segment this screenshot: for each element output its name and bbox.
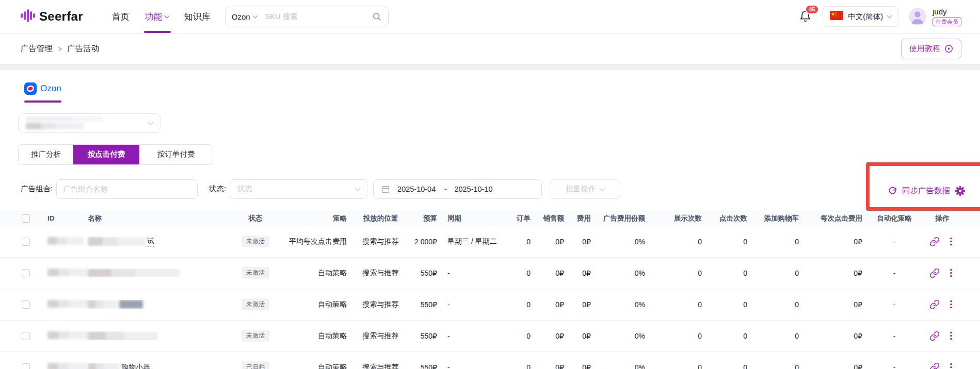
cell-check xyxy=(21,363,36,369)
notifications-button[interactable]: 45 xyxy=(799,9,812,24)
nav-item-features[interactable]: 功能 xyxy=(145,0,169,33)
gear-icon[interactable] xyxy=(955,186,966,196)
page-subheader: 广告管理 > 广告活动 使用教程 xyxy=(0,33,980,64)
link-icon[interactable] xyxy=(929,299,940,310)
search-input[interactable] xyxy=(265,12,372,21)
search-icon[interactable] xyxy=(372,11,382,22)
chevron-down-icon xyxy=(252,13,258,18)
nav-item-knowledge[interactable]: 知识库 xyxy=(184,0,211,33)
top-navbar: Seerfar 首页 功能 知识库 Ozon xyxy=(0,0,980,33)
col-header-name: 名称 xyxy=(75,214,224,223)
cell-strategy: 自动策略 xyxy=(286,269,351,278)
col-header-share: 广告费用份额 xyxy=(592,214,646,223)
breadcrumb-ad-management[interactable]: 广告管理 xyxy=(21,43,53,54)
cell-cpc: 0₽ xyxy=(800,269,863,277)
account-select[interactable] xyxy=(18,113,160,133)
col-header-placement: 投放的位置 xyxy=(351,214,410,223)
ad-group-input[interactable] xyxy=(56,179,198,199)
cell-automation: - xyxy=(863,238,925,246)
cell-orders: 0 xyxy=(513,238,532,246)
cell-sales: 0₽ xyxy=(532,238,565,246)
row-checkbox[interactable] xyxy=(22,238,30,246)
cell-budget: 2 000₽ xyxy=(410,238,441,246)
link-icon[interactable] xyxy=(929,362,940,369)
cell-status: 未激活 xyxy=(224,298,286,310)
sku-search-box: Ozon xyxy=(225,7,389,26)
seerfar-logo-icon xyxy=(21,8,35,25)
redacted-id xyxy=(47,363,87,369)
bulk-actions-select[interactable]: 批量操作 xyxy=(550,179,620,199)
language-selector[interactable]: 中文(简体) xyxy=(823,6,898,27)
kebab-menu-icon[interactable] xyxy=(949,330,954,342)
cell-status: 已归档 xyxy=(224,361,286,369)
brand-logo[interactable]: Seerfar xyxy=(21,8,83,25)
kebab-menu-icon[interactable] xyxy=(949,362,954,369)
breadcrumb-ad-campaigns: 广告活动 xyxy=(67,43,99,54)
membership-badge: 付费会员 xyxy=(933,17,961,26)
cell-name xyxy=(75,331,224,340)
cell-period: 星期三 / 星期二 xyxy=(441,237,513,246)
col-header-period: 周期 xyxy=(441,214,513,223)
redacted-name xyxy=(88,269,180,277)
status-badge: 未激活 xyxy=(242,298,269,310)
kebab-menu-icon[interactable] xyxy=(949,267,954,279)
tab-pay-per-order[interactable]: 按订单付费 xyxy=(139,145,213,164)
cell-cpc: 0₽ xyxy=(800,238,863,246)
col-header-impressions: 展示次数 xyxy=(646,214,703,223)
cell-sales: 0₽ xyxy=(532,363,565,369)
cell-share: 0% xyxy=(592,238,646,246)
col-header-ops: 操作 xyxy=(925,214,959,223)
redacted-name xyxy=(88,331,157,340)
col-header-check xyxy=(21,214,36,223)
date-separator: ~ xyxy=(443,185,447,193)
platform-tab-ozon[interactable]: Ozon xyxy=(18,82,68,103)
row-checkbox[interactable] xyxy=(22,332,30,340)
notification-count-badge: 45 xyxy=(805,5,818,14)
col-header-orders: 订单 xyxy=(513,214,532,223)
tab-promotion-analysis[interactable]: 推广分析 xyxy=(19,145,73,164)
cell-ops xyxy=(925,299,959,310)
cell-ops xyxy=(925,330,959,342)
status-select[interactable]: 状态 xyxy=(230,179,367,199)
kebab-menu-icon[interactable] xyxy=(949,299,954,310)
cell-impressions: 0 xyxy=(646,363,703,369)
cell-carts: 0 xyxy=(748,300,800,309)
kebab-menu-icon[interactable] xyxy=(949,236,954,247)
cell-ops xyxy=(925,236,959,247)
cell-placement: 搜索与推荐 xyxy=(351,331,410,341)
cell-cost: 0₽ xyxy=(565,300,592,309)
avatar[interactable] xyxy=(909,8,926,25)
link-icon[interactable] xyxy=(929,268,940,278)
redacted-id xyxy=(47,269,89,276)
navbar-right: 45 中文(简体) judy 付费会员 xyxy=(799,6,961,27)
row-checkbox[interactable] xyxy=(22,300,30,309)
tutorial-button[interactable]: 使用教程 xyxy=(901,39,961,59)
col-header-strategy: 策略 xyxy=(286,214,351,223)
cell-check xyxy=(21,238,36,246)
sync-ad-data-button[interactable]: 同步广告数据 xyxy=(888,180,966,201)
nav-item-home[interactable]: 首页 xyxy=(112,0,130,33)
cell-period: - xyxy=(441,300,513,309)
redacted-account-text xyxy=(26,116,103,129)
redacted-name xyxy=(88,237,146,246)
select-all-checkbox[interactable] xyxy=(22,214,30,223)
cell-impressions: 0 xyxy=(646,238,703,246)
redacted-name xyxy=(88,363,120,369)
search-category-select[interactable]: Ozon xyxy=(232,12,257,21)
cell-carts: 0 xyxy=(748,238,800,246)
link-icon[interactable] xyxy=(929,331,940,341)
cell-clicks: 0 xyxy=(703,238,748,246)
row-checkbox[interactable] xyxy=(22,269,30,277)
redacted-id xyxy=(47,331,89,339)
play-circle-icon xyxy=(944,44,953,53)
status-badge: 已归档 xyxy=(242,361,269,369)
date-range-picker[interactable]: 2025-10-04 ~ 2025-10-10 xyxy=(373,179,542,199)
table-row: 未激活自动策略搜索与推荐550₽-00₽0₽0%0000₽- xyxy=(0,258,980,289)
cell-carts: 0 xyxy=(748,363,800,369)
cell-budget: 550₽ xyxy=(410,269,441,277)
tab-pay-per-click[interactable]: 按点击付费 xyxy=(73,145,139,164)
cell-name: 购物小器 xyxy=(75,363,224,369)
table-body: 试未激活平均每次点击费用搜索与推荐2 000₽星期三 / 星期二00₽0₽0%0… xyxy=(0,226,980,369)
link-icon[interactable] xyxy=(929,237,940,247)
row-checkbox[interactable] xyxy=(22,363,30,369)
